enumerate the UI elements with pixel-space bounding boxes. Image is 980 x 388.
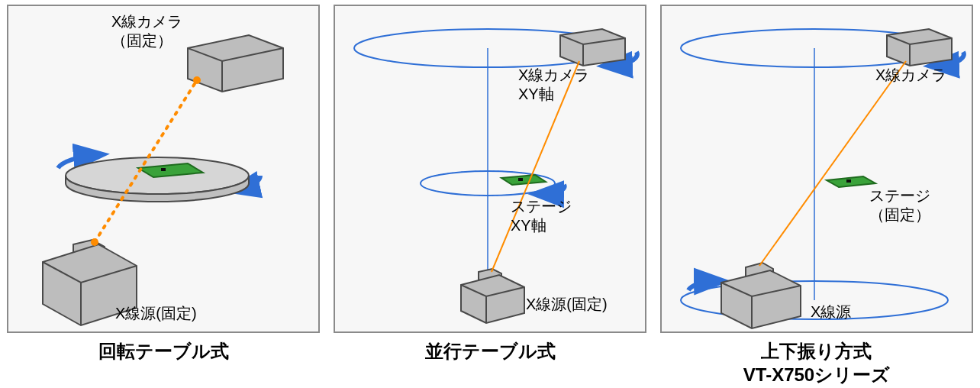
xray-source-icon: [721, 263, 801, 328]
panel-col-3: X線カメラ ステージ（固定） X線源 上下振り方式VT-X750シリーズ: [658, 5, 975, 386]
panel-up-down-swing: X線カメラ ステージ（固定） X線源: [660, 5, 973, 333]
source-label: X線源(固定): [115, 304, 197, 323]
panel-caption-3: 上下振り方式VT-X750シリーズ: [743, 339, 890, 386]
source-label: X線源(固定): [526, 295, 608, 314]
panel-caption-1: 回転テーブル式: [98, 339, 229, 363]
svg-rect-20: [846, 179, 851, 183]
diagram-row: X線カメラ（固定） X線源(固定) 回転テーブル式: [0, 0, 980, 388]
svg-marker-17: [887, 29, 952, 66]
beam-line-icon: [759, 61, 906, 266]
panel-rotating-table: X線カメラ（固定） X線源(固定): [7, 5, 320, 333]
camera-label: X線カメラ: [875, 66, 946, 85]
xray-camera-icon: [560, 29, 625, 66]
stage-disc-icon: [66, 157, 249, 202]
diagram-svg-2: [335, 6, 648, 335]
svg-marker-15: [461, 275, 524, 323]
camera-label: X線カメラXY軸: [518, 66, 589, 104]
svg-marker-9: [560, 29, 625, 66]
panel-col-2: X線カメラXY軸 ステージXY軸 X線源(固定) 並行テーブル式: [331, 5, 649, 386]
svg-marker-12: [501, 175, 546, 185]
sample-chip-icon: [827, 176, 875, 187]
svg-rect-13: [518, 178, 523, 181]
panel-col-1: X線カメラ（固定） X線源(固定) 回転テーブル式: [5, 5, 322, 386]
panel-caption-2: 並行テーブル式: [425, 339, 556, 363]
stage-label: ステージXY軸: [511, 197, 572, 235]
rotation-arrow-bottom-icon: [688, 281, 717, 290]
diagram-svg-3: [662, 6, 975, 335]
xray-camera-icon: [887, 29, 952, 66]
source-label: X線源: [811, 302, 851, 322]
diagram-svg-1: [8, 6, 321, 335]
panel-parallel-table: X線カメラXY軸 ステージXY軸 X線源(固定): [334, 5, 646, 333]
camera-label: X線カメラ（固定）: [111, 12, 182, 50]
stage-label: ステージ（固定）: [869, 186, 930, 225]
xray-source-icon: [461, 269, 524, 323]
xray-camera-icon: [188, 35, 283, 92]
svg-marker-0: [188, 35, 283, 92]
svg-marker-22: [721, 270, 801, 328]
sample-chip-icon: [501, 175, 546, 185]
svg-rect-4: [161, 168, 166, 171]
